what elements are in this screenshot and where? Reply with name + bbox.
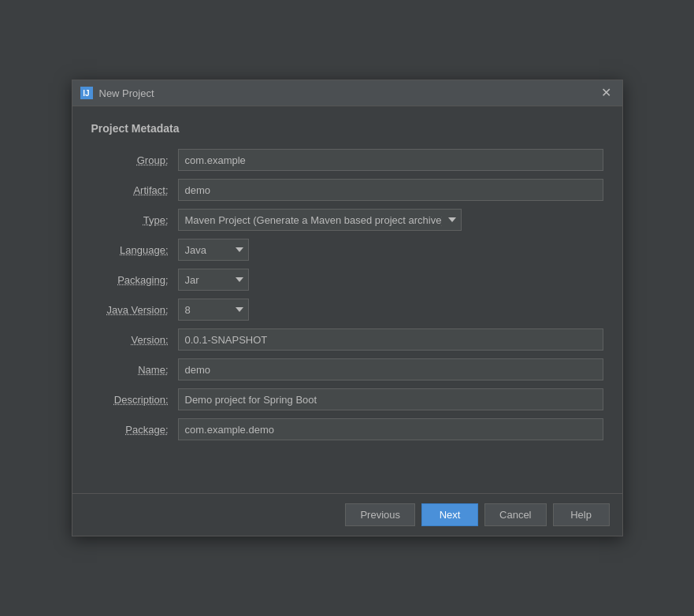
java-version-select[interactable]: 8 11 17 21 bbox=[178, 299, 249, 321]
type-label: Type: bbox=[91, 214, 178, 226]
group-label: Group: bbox=[91, 154, 178, 166]
packaging-label: Packaging: bbox=[91, 274, 178, 286]
packaging-select[interactable]: Jar War bbox=[178, 269, 249, 291]
language-row: Language: Java Kotlin Groovy bbox=[91, 239, 603, 261]
artifact-input[interactable] bbox=[178, 179, 603, 201]
description-input[interactable] bbox=[178, 388, 603, 410]
title-bar: IJ New Project ✕ bbox=[72, 80, 622, 106]
package-label: Package: bbox=[91, 424, 178, 436]
title-bar-left: IJ New Project bbox=[80, 87, 154, 99]
version-label: Version: bbox=[91, 334, 178, 346]
dialog-title: New Project bbox=[99, 87, 154, 99]
package-input[interactable] bbox=[178, 418, 603, 440]
name-label: Name: bbox=[91, 364, 178, 376]
dialog-body: Project Metadata Group: Artifact: Type: … bbox=[72, 106, 622, 493]
name-row: Name: bbox=[91, 358, 603, 380]
version-row: Version: bbox=[91, 328, 603, 351]
description-label: Description: bbox=[91, 394, 178, 406]
group-row: Group: bbox=[91, 149, 603, 171]
java-version-label: Java Version: bbox=[91, 304, 178, 316]
type-select[interactable]: Maven Project (Generate a Maven based pr… bbox=[178, 209, 462, 231]
language-select[interactable]: Java Kotlin Groovy bbox=[178, 239, 249, 261]
dialog-footer: Previous Next Cancel Help bbox=[72, 493, 622, 536]
java-version-row: Java Version: 8 11 17 21 bbox=[91, 299, 603, 321]
packaging-row: Packaging: Jar War bbox=[91, 269, 603, 291]
next-button[interactable]: Next bbox=[421, 503, 478, 526]
group-input[interactable] bbox=[178, 149, 603, 171]
new-project-dialog: IJ New Project ✕ Project Metadata Group:… bbox=[72, 80, 623, 536]
package-row: Package: bbox=[91, 418, 603, 440]
language-label: Language: bbox=[91, 244, 178, 256]
app-icon: IJ bbox=[80, 87, 93, 99]
type-row: Type: Maven Project (Generate a Maven ba… bbox=[91, 209, 603, 231]
help-button[interactable]: Help bbox=[553, 503, 610, 526]
previous-button[interactable]: Previous bbox=[345, 503, 415, 526]
artifact-row: Artifact: bbox=[91, 179, 603, 201]
close-button[interactable]: ✕ bbox=[598, 85, 614, 101]
description-row: Description: bbox=[91, 388, 603, 410]
section-title: Project Metadata bbox=[91, 122, 603, 135]
version-input[interactable] bbox=[178, 328, 603, 351]
name-input[interactable] bbox=[178, 358, 603, 380]
cancel-button[interactable]: Cancel bbox=[484, 503, 546, 526]
artifact-label: Artifact: bbox=[91, 184, 178, 196]
